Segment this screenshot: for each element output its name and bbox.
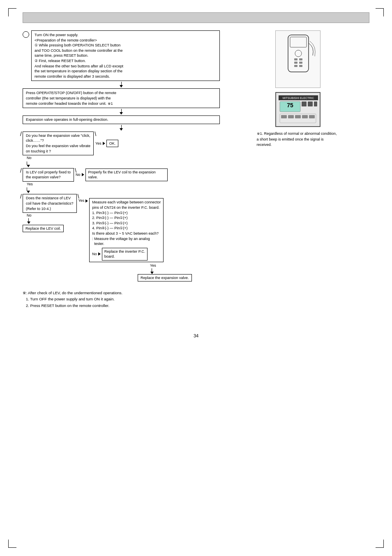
- footer-symbol: ※: [23, 291, 26, 295]
- d3-l1: Does the resistance of LEV: [26, 196, 74, 201]
- arrow1: [23, 82, 220, 88]
- d1-yes-path: Yes OK.: [95, 140, 118, 148]
- footer-line1: 1. Turn OFF the power supply and turn ON…: [23, 296, 369, 302]
- diagram-wrapper: Turn ON the power supply. <Preparation o…: [23, 30, 369, 281]
- step1-line3: and TOO COOL button on the remote contro…: [35, 48, 217, 53]
- svg-text:75: 75: [287, 102, 293, 108]
- decision3-row: / Does the resistance of LEV coil have t…: [23, 194, 220, 262]
- d2-yes-path: Yes: [27, 182, 220, 187]
- step3-text: Expansion valve operates in full-opening…: [26, 118, 108, 122]
- mb-l7: Is there about 3 ~ 5 VAC between each?: [92, 231, 161, 236]
- mb-l9: tester.: [92, 241, 161, 247]
- left-flow: Turn ON the power supply. <Preparation o…: [23, 30, 220, 281]
- svg-text:MITSUBISHI ELECTRIC: MITSUBISHI ELECTRIC: [282, 97, 314, 99]
- note1-container: ※1. Regardless of normal or abnormal con…: [257, 131, 339, 148]
- measure-yes-label: Yes: [150, 263, 156, 268]
- measure-yes-section: Yes: [150, 263, 220, 274]
- d3-l2: coil have the characteristics?: [26, 201, 74, 206]
- svg-rect-17: [281, 115, 287, 118]
- footer-line2: 2. Press RESET button on the remote cont…: [23, 302, 369, 309]
- arrow5: [27, 187, 220, 193]
- replace-inverter-box: Replace the inverter P.C.board.: [102, 248, 148, 261]
- d1-yes-label: Yes: [95, 141, 101, 146]
- arrow3: [23, 125, 220, 131]
- replace-expansion-valve-text: Replace the expansion valve.: [141, 276, 189, 280]
- step3-box: Expansion valve operates in full-opening…: [23, 115, 220, 124]
- svg-point-2: [295, 50, 302, 57]
- d3-yes-section: Yes Measure each voltage between connect…: [78, 198, 164, 262]
- ok-box: OK.: [106, 140, 119, 148]
- note1-text: Regardless of normal or abnormal conditi…: [257, 132, 337, 147]
- svg-rect-13: [302, 102, 307, 106]
- footer-notes: ※: After check of LEV, do the undermenti…: [23, 290, 369, 309]
- display-unit-image: MITSUBISHI ELECTRIC 75: [275, 92, 321, 127]
- d1-no-label: No: [27, 155, 32, 161]
- footer-line2-text: 2. Press RESET button on the remote cont…: [26, 303, 109, 308]
- d2-l2: the expansion valve?: [26, 175, 71, 180]
- step2-line3: remote controller headed towards the ind…: [26, 101, 217, 106]
- svg-rect-0: [288, 35, 309, 72]
- svg-rect-7: [294, 65, 297, 67]
- page: Turn ON the power supply. <Preparation o…: [0, 0, 392, 351]
- d1-l1: Do you hear the expansion valve "click,: [26, 133, 90, 138]
- svg-rect-4: [299, 58, 302, 60]
- step1-line5: ② First, release RESET button.: [35, 58, 217, 64]
- d1-no-path: No: [27, 155, 220, 161]
- mb-l1: Measure each voltage between connector: [92, 200, 161, 205]
- decision3-col: / Does the resistance of LEV coil have t…: [23, 194, 77, 232]
- step1-box: Turn ON the power supply. <Preparation o…: [31, 30, 220, 81]
- step1-line8: remote controller is displayed after 3 s…: [35, 74, 217, 79]
- decision2-box: / Is LEV coil properly fixed to the expa…: [23, 168, 74, 182]
- step1-line6: And release the other two buttons after …: [35, 64, 217, 69]
- step1-line2: ① While pressing both OPERATION SELECT b…: [35, 43, 217, 48]
- step1-line4: same time, press RESET button.: [35, 53, 217, 58]
- d1-l4: on touching it ?: [26, 149, 90, 154]
- svg-rect-15: [314, 102, 317, 106]
- remote-svg: [276, 31, 321, 88]
- corner-mark-bl: [8, 540, 16, 548]
- step1-line1: <Preparation of the remote controller>: [35, 38, 217, 43]
- d3-no-section: No: [27, 213, 32, 224]
- corner-mark-br: [376, 540, 384, 548]
- note1-symbol: ※1.: [257, 132, 263, 136]
- d2-yes-label: Yes: [27, 182, 33, 187]
- d2-no-result: Properly fix the LEV coil to the expansi…: [85, 168, 168, 181]
- svg-rect-1: [290, 37, 307, 47]
- mb-l2: pins of CN724 on the inverter P.C. board…: [92, 205, 161, 210]
- svg-rect-8: [299, 65, 302, 67]
- lev-coil-box: Replace the LEV coil.: [23, 225, 64, 233]
- replace-expansion-valve-box: Replace the expansion valve.: [138, 274, 192, 282]
- svg-rect-21: [309, 115, 315, 118]
- mb-l5: 3. Pin⑤(-) — Pin①(+): [92, 221, 161, 226]
- decision3-box: / Does the resistance of LEV coil have t…: [23, 194, 77, 213]
- mb-l4: 2. Pin②(-) — Pin①(+): [92, 215, 161, 221]
- header-bar: [23, 12, 369, 23]
- footer-line0-text: : After check of LEV, do the undermentio…: [26, 291, 122, 295]
- remote-controller-image: [275, 30, 321, 88]
- d3-yes-label: Yes: [78, 198, 85, 203]
- svg-rect-20: [302, 115, 308, 118]
- decision1-box: / Do you hear the expansion valve "click…: [23, 132, 94, 155]
- decision1-section: / Do you hear the expansion valve "click…: [23, 132, 220, 161]
- page-number: 34: [23, 333, 369, 338]
- corner-mark-tr: [376, 8, 384, 16]
- d2-no-path: No Properly fix the LEV coil to the expa…: [76, 168, 168, 181]
- measure-no-row: No Replace the inverter P.C.board.: [92, 248, 161, 261]
- d2-l1: Is LEV coil properly fixed to: [26, 170, 71, 175]
- mb-l8: : Measure the voltage by an analog: [92, 236, 161, 242]
- page-number-text: 34: [194, 333, 198, 338]
- display-svg: MITSUBISHI ELECTRIC 75: [278, 95, 319, 125]
- arrow4: [27, 161, 220, 167]
- arrow2: [23, 109, 220, 115]
- start-circle: [23, 31, 29, 38]
- d1-l3: Do you feel the expansion valve vibrate: [26, 143, 90, 149]
- d3-l3: (Refer to 10-4.): [26, 206, 74, 212]
- step1-line7: the set temperature in operation display…: [35, 69, 217, 74]
- step2-line2: controller (the set temperature is displ…: [26, 96, 217, 101]
- right-info: MITSUBISHI ELECTRIC 75: [226, 30, 369, 281]
- measure-no-label: No: [92, 251, 97, 257]
- step2-box: Press OPERATE/STOP (ON/OFF) button of th…: [23, 88, 220, 108]
- mb-l3: 1. Pin③(-) — Pin①(+): [92, 210, 161, 216]
- svg-rect-3: [294, 58, 297, 60]
- decision2-section: / Is LEV coil properly fixed to the expa…: [23, 168, 220, 187]
